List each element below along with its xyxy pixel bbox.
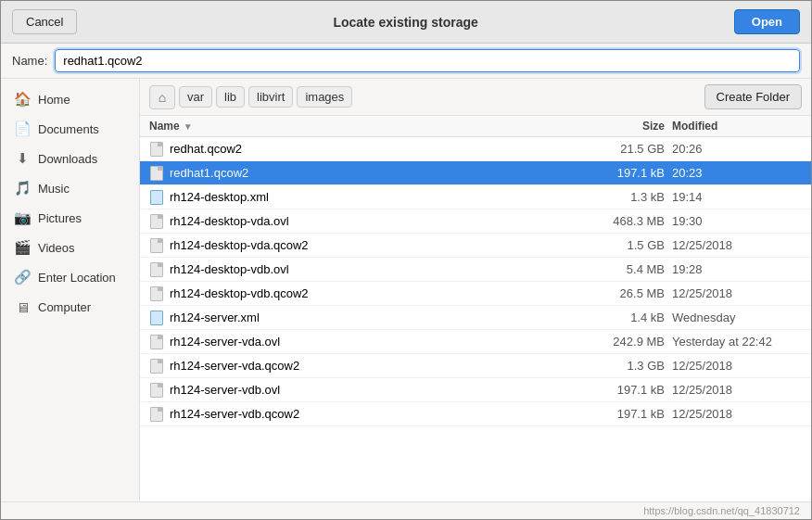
sidebar-item-label-pictures: Pictures xyxy=(38,211,82,225)
file-modified: 12/25/2018 xyxy=(672,286,802,300)
file-name: rh124-desktop.xml xyxy=(149,190,589,205)
file-type-icon xyxy=(149,262,164,277)
file-name: rh124-desktop-vda.ovl xyxy=(149,214,589,229)
file-type-icon xyxy=(149,190,164,205)
file-name: redhat.qcow2 xyxy=(149,142,589,157)
file-name: rh124-server.xml xyxy=(149,311,589,325)
file-type-icon xyxy=(149,142,164,157)
file-size: 242.9 MB xyxy=(589,335,672,349)
table-row[interactable]: rh124-server-vda.ovl242.9 MBYesterday at… xyxy=(140,330,811,354)
sidebar-item-documents[interactable]: 📄Documents xyxy=(5,115,135,143)
table-row[interactable]: rh124-desktop-vda.ovl468.3 MB19:30 xyxy=(140,209,811,234)
sidebar-item-computer[interactable]: 🖥Computer xyxy=(5,293,135,321)
path-segment-images[interactable]: images xyxy=(297,86,352,108)
file-modified: 19:30 xyxy=(672,214,802,228)
file-type-icon xyxy=(149,166,164,181)
file-name: rh124-server-vdb.qcow2 xyxy=(149,407,589,422)
name-row: Name: xyxy=(1,44,811,79)
open-button[interactable]: Open xyxy=(734,9,800,34)
file-type-icon xyxy=(149,311,164,325)
sidebar: 🏠Home📄Documents⬇Downloads🎵Music📷Pictures… xyxy=(1,79,140,501)
file-type-icon xyxy=(149,407,164,422)
column-modified[interactable]: Modified xyxy=(672,120,802,133)
sidebar-item-label-videos: Videos xyxy=(38,241,75,255)
table-row[interactable]: rh124-server-vdb.ovl197.1 kB12/25/2018 xyxy=(140,378,811,402)
file-type-icon xyxy=(149,214,164,229)
file-size: 26.5 MB xyxy=(589,286,672,300)
file-modified: 12/25/2018 xyxy=(672,407,802,421)
pictures-icon: 📷 xyxy=(14,209,31,226)
cancel-button[interactable]: Cancel xyxy=(12,9,77,34)
sidebar-item-label-computer: Computer xyxy=(38,300,91,314)
home-icon: 🏠 xyxy=(14,91,31,108)
file-size: 197.1 kB xyxy=(589,166,672,180)
file-type-icon xyxy=(149,383,164,398)
table-row[interactable]: rh124-desktop-vdb.qcow226.5 MB12/25/2018 xyxy=(140,282,811,306)
sidebar-item-music[interactable]: 🎵Music xyxy=(5,174,135,202)
file-type-icon xyxy=(149,286,164,301)
file-size: 468.3 MB xyxy=(589,214,672,228)
file-name: rh124-server-vdb.ovl xyxy=(149,383,589,398)
file-area: ⌂ varliblibvirtimages Create Folder Name… xyxy=(140,79,811,501)
sidebar-item-home[interactable]: 🏠Home xyxy=(5,85,135,113)
table-row[interactable]: rh124-desktop.xml1.3 kB19:14 xyxy=(140,185,811,209)
sidebar-item-videos[interactable]: 🎬Videos xyxy=(5,234,135,261)
status-bar: https://blog.csdn.net/qq_41830712 xyxy=(1,501,811,519)
file-type-icon xyxy=(149,238,164,253)
file-modified: 19:14 xyxy=(672,190,802,204)
file-modified: 20:23 xyxy=(672,166,802,180)
table-row[interactable]: rh124-server-vdb.qcow2197.1 kB12/25/2018 xyxy=(140,402,811,426)
file-size: 21.5 GB xyxy=(589,142,672,156)
file-size: 1.4 kB xyxy=(589,311,672,324)
enter-location-icon: 🔗 xyxy=(14,269,31,285)
music-icon: 🎵 xyxy=(14,180,31,197)
filename-input[interactable] xyxy=(55,49,800,72)
file-size: 197.1 kB xyxy=(589,383,672,397)
file-size: 1.5 GB xyxy=(589,238,672,252)
file-name: rh124-server-vda.ovl xyxy=(149,335,589,349)
table-row[interactable]: rh124-server-vda.qcow21.3 GB12/25/2018 xyxy=(140,354,811,378)
file-modified: 12/25/2018 xyxy=(672,359,802,373)
downloads-icon: ⬇ xyxy=(14,150,31,167)
path-segment-libvirt[interactable]: libvirt xyxy=(248,86,293,108)
path-segment-lib[interactable]: lib xyxy=(216,86,245,108)
sidebar-item-downloads[interactable]: ⬇Downloads xyxy=(5,145,135,172)
sidebar-item-label-documents: Documents xyxy=(38,122,99,136)
column-size[interactable]: Size xyxy=(589,120,672,133)
home-path-button[interactable]: ⌂ xyxy=(149,85,175,109)
file-list: Name ▼ Size Modified redhat.qcow221.5 GB… xyxy=(140,116,811,501)
file-size: 197.1 kB xyxy=(589,407,672,421)
sidebar-item-enter-location[interactable]: 🔗Enter Location xyxy=(5,263,135,291)
file-type-icon xyxy=(149,335,164,349)
sidebar-item-pictures[interactable]: 📷Pictures xyxy=(5,204,135,232)
file-modified: 20:26 xyxy=(672,142,802,156)
column-name[interactable]: Name ▼ xyxy=(149,120,589,133)
videos-icon: 🎬 xyxy=(14,239,31,256)
file-name: redhat1.qcow2 xyxy=(149,166,589,181)
name-label: Name: xyxy=(12,54,47,68)
status-text: https://blog.csdn.net/qq_41830712 xyxy=(643,505,800,516)
table-row[interactable]: redhat.qcow221.5 GB20:26 xyxy=(140,137,811,161)
file-modified: 19:28 xyxy=(672,262,802,276)
table-row[interactable]: rh124-desktop-vdb.ovl5.4 MB19:28 xyxy=(140,258,811,282)
file-type-icon xyxy=(149,359,164,374)
table-row[interactable]: redhat1.qcow2197.1 kB20:23 xyxy=(140,161,811,185)
path-segment-var[interactable]: var xyxy=(179,86,212,108)
create-folder-button[interactable]: Create Folder xyxy=(704,84,802,109)
file-modified: Yesterday at 22:42 xyxy=(672,335,802,349)
file-modified: 12/25/2018 xyxy=(672,383,802,397)
file-list-header: Name ▼ Size Modified xyxy=(140,116,811,137)
file-size: 5.4 MB xyxy=(589,262,672,276)
sort-arrow-icon: ▼ xyxy=(184,121,193,132)
table-row[interactable]: rh124-desktop-vda.qcow21.5 GB12/25/2018 xyxy=(140,234,811,258)
file-modified: Wednesday xyxy=(672,311,802,324)
header-bar: Cancel Locate existing storage Open xyxy=(1,1,811,44)
sidebar-item-label-downloads: Downloads xyxy=(38,152,97,166)
file-name: rh124-server-vda.qcow2 xyxy=(149,359,589,374)
file-name: rh124-desktop-vda.qcow2 xyxy=(149,238,589,253)
file-size: 1.3 GB xyxy=(589,359,672,373)
documents-icon: 📄 xyxy=(14,120,31,137)
sidebar-item-label-music: Music xyxy=(38,182,70,196)
dialog-title: Locate existing storage xyxy=(77,15,733,30)
table-row[interactable]: rh124-server.xml1.4 kBWednesday xyxy=(140,306,811,330)
